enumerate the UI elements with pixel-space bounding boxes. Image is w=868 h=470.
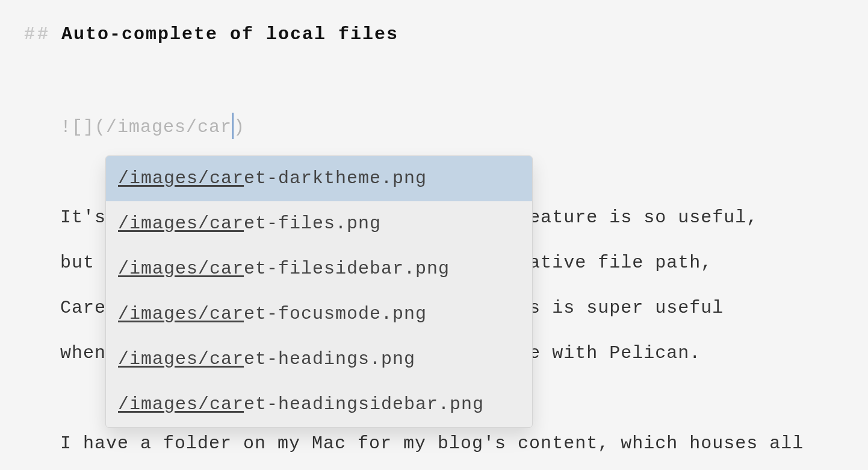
autocomplete-match: /images/car: [118, 258, 244, 279]
image-markdown-line[interactable]: ![](/images/car): [60, 105, 844, 150]
autocomplete-rest: et-focusmode.png: [244, 304, 427, 324]
text-cursor: [232, 113, 234, 139]
autocomplete-match: /images/car: [118, 349, 244, 369]
autocomplete-match: /images/car: [118, 213, 244, 234]
autocomplete-item[interactable]: /images/caret-filesidebar.png: [106, 246, 532, 292]
autocomplete-match: /images/car: [118, 304, 244, 324]
autocomplete-match: /images/car: [118, 394, 244, 415]
autocomplete-rest: et-headingsidebar.png: [244, 394, 484, 415]
image-syntax-before-cursor: ![](/images/car: [60, 117, 232, 137]
autocomplete-item[interactable]: /images/caret-headings.png: [106, 337, 532, 382]
autocomplete-rest: et-filesidebar.png: [244, 258, 450, 279]
autocomplete-item[interactable]: /images/caret-headingsidebar.png: [106, 382, 532, 427]
autocomplete-match: /images/car: [118, 168, 244, 189]
section-heading: ## Auto-complete of local files: [24, 24, 844, 45]
autocomplete-rest: et-files.png: [244, 213, 381, 234]
autocomplete-rest: et-darktheme.png: [244, 168, 427, 189]
autocomplete-item[interactable]: /images/caret-files.png: [106, 201, 532, 246]
autocomplete-rest: et-headings.png: [244, 349, 415, 369]
body-paragraph[interactable]: I have a folder on my Mac for my blog's …: [60, 421, 844, 466]
markdown-heading-marker: ##: [24, 24, 51, 45]
image-syntax-after-cursor: ): [234, 117, 245, 137]
autocomplete-item[interactable]: /images/caret-darktheme.png: [106, 156, 532, 201]
heading-text: Auto-complete of local files: [61, 24, 398, 45]
autocomplete-popup[interactable]: /images/caret-darktheme.png/images/caret…: [105, 155, 533, 428]
autocomplete-item[interactable]: /images/caret-focusmode.png: [106, 292, 532, 337]
